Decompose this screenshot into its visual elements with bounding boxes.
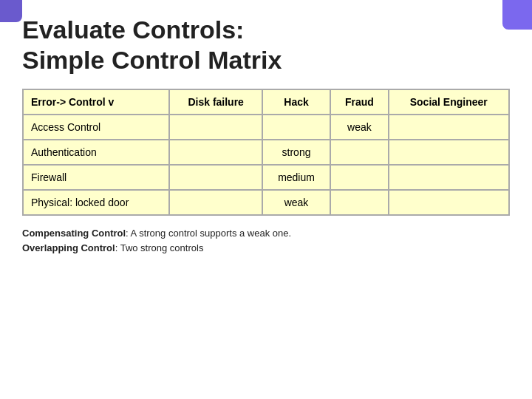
overlapping-control-text: : Two strong controls xyxy=(115,242,204,253)
title-line1: Evaluate Controls: xyxy=(22,16,244,44)
cell-control-firewall: Firewall xyxy=(23,165,169,190)
table-row: Firewall medium xyxy=(23,165,509,190)
corner-decoration-tr xyxy=(502,0,532,30)
cell-hack-physical: weak xyxy=(262,190,330,215)
col-header-hack: Hack xyxy=(262,89,330,115)
cell-social-auth xyxy=(389,140,509,165)
table-row: Physical: locked door weak xyxy=(23,190,509,215)
col-header-disk: Disk failure xyxy=(169,89,262,115)
footer-line2: Overlapping Control: Two strong controls xyxy=(22,241,510,256)
cell-social-access xyxy=(389,115,509,140)
cell-disk-auth xyxy=(169,140,262,165)
title-line2: Simple Control Matrix xyxy=(22,46,282,74)
control-matrix-table: Error-> Control v Disk failure Hack Frau… xyxy=(22,89,510,216)
col-header-fraud: Fraud xyxy=(330,89,388,115)
cell-fraud-access: weak xyxy=(330,115,388,140)
cell-fraud-auth xyxy=(330,140,388,165)
page-title: Evaluate Controls: Simple Control Matrix xyxy=(22,15,510,75)
main-content: Evaluate Controls: Simple Control Matrix… xyxy=(0,0,532,267)
cell-fraud-physical xyxy=(330,190,388,215)
compensating-control-label: Compensating Control xyxy=(22,228,126,239)
cell-social-physical xyxy=(389,190,509,215)
table-row: Authentication strong xyxy=(23,140,509,165)
cell-hack-firewall: medium xyxy=(262,165,330,190)
cell-disk-firewall xyxy=(169,165,262,190)
cell-control-auth: Authentication xyxy=(23,140,169,165)
col-header-social: Social Engineer xyxy=(389,89,509,115)
table-header-row: Error-> Control v Disk failure Hack Frau… xyxy=(23,89,509,115)
footer-text: Compensating Control: A strong control s… xyxy=(22,226,510,257)
cell-hack-access xyxy=(262,115,330,140)
cell-disk-access xyxy=(169,115,262,140)
cell-control-physical: Physical: locked door xyxy=(23,190,169,215)
table-row: Access Control weak xyxy=(23,115,509,140)
footer-line1: Compensating Control: A strong control s… xyxy=(22,226,510,242)
cell-social-firewall xyxy=(389,165,509,190)
corner-decoration-tl xyxy=(0,0,22,22)
cell-disk-physical xyxy=(169,190,262,215)
cell-hack-auth: strong xyxy=(262,140,330,165)
col-header-control: Error-> Control v xyxy=(23,89,169,115)
compensating-control-text: : A strong control supports a weak one. xyxy=(126,228,291,239)
cell-control-access: Access Control xyxy=(23,115,169,140)
overlapping-control-label: Overlapping Control xyxy=(22,242,115,253)
cell-fraud-firewall xyxy=(330,165,388,190)
